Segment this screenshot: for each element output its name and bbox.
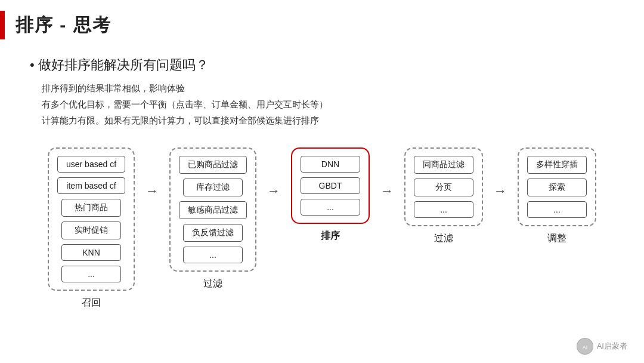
- item-box-col2-1: 库存过滤: [183, 179, 243, 196]
- item-box-col3-2: ...: [301, 199, 360, 216]
- item-box-col3-1: GBDT: [301, 177, 360, 194]
- watermark-icon: AI: [577, 338, 593, 355]
- bullet-main: 做好排序能解决所有问题吗？: [30, 56, 614, 74]
- item-box-col2-2: 敏感商品过滤: [179, 201, 247, 219]
- item-box-col1-2: 热门商品: [61, 199, 121, 217]
- item-box-col1-3: 实时促销: [61, 222, 121, 239]
- item-box-col1-5: ...: [61, 266, 121, 282]
- column-label-col2: 过滤: [203, 278, 222, 290]
- column-label-col5: 调整: [547, 232, 566, 245]
- column-label-col4: 过滤: [434, 232, 453, 245]
- sub-line-1: 排序得到的结果非常相似，影响体验: [42, 80, 614, 96]
- box-group-col4: 同商品过滤分页...: [404, 147, 483, 226]
- header: 排序 - 思考: [0, 0, 644, 45]
- slide: 排序 - 思考 做好排序能解决所有问题吗？ 排序得到的结果非常相似，影响体验 有…: [0, 0, 644, 363]
- item-box-col5-1: 探索: [527, 179, 587, 196]
- watermark-label: AI启蒙者: [597, 341, 627, 352]
- item-box-col5-2: ...: [527, 201, 587, 218]
- box-group-col3: DNNGBDT...: [291, 147, 370, 224]
- item-box-col1-1: item based cf: [57, 177, 125, 194]
- diagram-column-col2: 已购商品过滤库存过滤敏感商品过滤负反馈过滤...过滤: [169, 147, 256, 290]
- box-group-col5: 多样性穿插探索...: [518, 147, 596, 226]
- arrow-3: →: [380, 183, 394, 199]
- item-box-col3-0: DNN: [301, 156, 360, 173]
- item-box-col2-4: ...: [183, 247, 243, 263]
- slide-title: 排序 - 思考: [16, 13, 112, 38]
- watermark: AI AI启蒙者: [577, 338, 627, 355]
- item-box-col4-2: ...: [414, 201, 473, 218]
- red-accent-bar: [0, 11, 5, 39]
- sub-text: 排序得到的结果非常相似，影响体验 有多个优化目标，需要一个平衡（点击率、订单金额…: [30, 80, 614, 128]
- item-box-col4-1: 分页: [414, 179, 473, 196]
- diagram-column-col5: 多样性穿插探索...调整: [518, 147, 596, 245]
- item-box-col2-3: 负反馈过滤: [183, 224, 243, 242]
- item-box-col5-0: 多样性穿插: [527, 156, 587, 174]
- diagram-column-col1: user based cfitem based cf热门商品实时促销KNN...…: [48, 147, 135, 309]
- box-group-col2: 已购商品过滤库存过滤敏感商品过滤负反馈过滤...: [169, 147, 256, 272]
- svg-text:AI: AI: [582, 344, 587, 350]
- arrow-1: →: [145, 183, 159, 199]
- sub-line-2: 有多个优化目标，需要一个平衡（点击率、订单金额、用户交互时长等）: [42, 96, 614, 112]
- item-box-col2-0: 已购商品过滤: [179, 156, 247, 174]
- item-box-col1-4: KNN: [61, 244, 121, 261]
- content-area: 做好排序能解决所有问题吗？ 排序得到的结果非常相似，影响体验 有多个优化目标，需…: [0, 45, 644, 134]
- box-group-col1: user based cfitem based cf热门商品实时促销KNN...: [48, 147, 135, 291]
- sub-line-3: 计算能力有限。如果有无限的计算力，可以直接对全部候选集进行排序: [42, 112, 614, 128]
- arrow-2: →: [267, 183, 280, 199]
- column-label-col1: 召回: [82, 297, 101, 309]
- arrow-4: →: [494, 183, 507, 199]
- diagram-column-col3: DNNGBDT...排序: [291, 147, 370, 242]
- column-label-col3: 排序: [321, 230, 340, 242]
- diagram-area: user based cfitem based cf热门商品实时促销KNN...…: [0, 137, 644, 309]
- item-box-col1-0: user based cf: [57, 156, 125, 173]
- diagram-column-col4: 同商品过滤分页...过滤: [404, 147, 483, 245]
- item-box-col4-0: 同商品过滤: [414, 156, 473, 174]
